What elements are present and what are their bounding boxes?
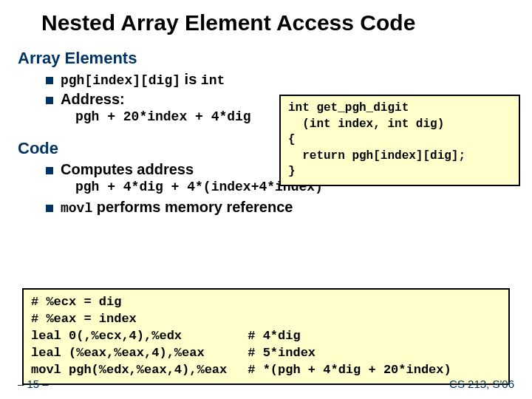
code-box-getpghdigit: int get_pgh_digit (int index, int dig) {… [279,95,520,186]
asm-col-left: # %ecx = dig # %eax = index leal 0(,%ecx… [31,294,227,379]
code-int: int [201,73,225,88]
bullet-icon [46,97,53,104]
bullet-icon [46,205,53,212]
footer-course: CS 213, S'06 [449,378,514,390]
section-array-elements: Array Elements [18,49,514,68]
asm-col-right: # 4*dig # 5*index # *(pgh + 4*dig + 20*i… [248,294,451,379]
code-movl: movl [61,201,92,216]
code-box-assembly: # %ecx = dig # %eax = index leal 0(,%ecx… [22,288,510,385]
bullet-address: Address: [61,91,125,108]
footer-page-number: – 15 – [18,378,49,390]
bullet-icon [46,167,53,174]
bullet-icon [46,77,53,84]
bullet-movl: movl performs memory reference [61,199,293,216]
text-performs: performs memory reference [92,199,293,215]
code-pgh-index-dig: pgh[index][dig] [61,73,180,88]
bullet-pgh-type: pgh[index][dig] is int [61,71,225,88]
text-is: is [180,71,201,87]
slide-title: Nested Array Element Access Code [41,10,514,35]
bullet-computes-address: Computes address [61,161,194,178]
